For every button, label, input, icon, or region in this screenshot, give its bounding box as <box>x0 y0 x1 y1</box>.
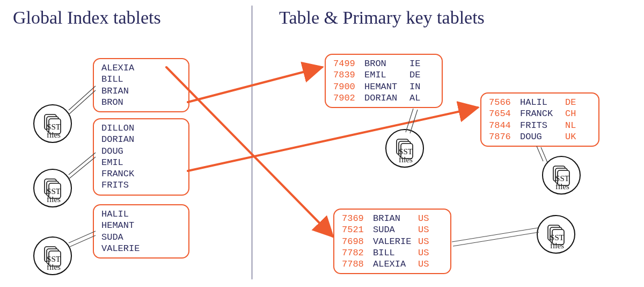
id-cell: 7900 <box>333 81 357 92</box>
cc-cell: UK <box>565 131 578 142</box>
name-cell: FRANCK <box>101 168 134 180</box>
name-cell: BILL <box>101 74 123 85</box>
svg-line-19 <box>188 107 478 171</box>
name-cell: DORIAN <box>364 92 402 104</box>
primary-tablet-1: 7566HALILDE 7654FRANCKCH 7844FRITSNL 787… <box>480 92 599 147</box>
sst-files-label: SSTfiles <box>553 160 569 191</box>
name-cell: BILL <box>373 247 411 259</box>
name-cell: SUDA <box>373 224 411 235</box>
name-cell: SUDA <box>101 232 123 243</box>
name-cell: EMIL <box>364 69 402 81</box>
name-cell: BRON <box>101 97 123 108</box>
cc-cell: US <box>418 247 431 259</box>
cc-cell: DE <box>565 97 578 108</box>
cc-cell: IE <box>409 58 422 69</box>
sst-files-label: SSTfiles <box>397 133 413 164</box>
index-tablet-1: DILLON DORIAN DOUG EMIL FRANCK FRITS <box>93 118 189 196</box>
sst-files-label: SSTfiles <box>45 173 61 204</box>
cc-cell: NL <box>565 120 578 131</box>
name-cell: BRIAN <box>373 213 411 224</box>
primary-tablet-2: 7369BRIANUS 7521SUDAUS 7698VALERIEUS 778… <box>333 209 451 274</box>
name-cell: HEMANT <box>364 81 402 92</box>
id-cell: 7499 <box>333 58 357 69</box>
name-cell: BRIAN <box>101 85 129 97</box>
id-cell: 7782 <box>342 247 365 259</box>
sst-files-label: SSTfiles <box>45 240 61 271</box>
name-cell: HALIL <box>101 209 129 220</box>
title-right: Table & Primary key tablets <box>279 8 485 28</box>
name-cell: DOUG <box>101 146 123 157</box>
id-cell: 7839 <box>333 69 357 81</box>
id-cell: 7654 <box>489 108 513 119</box>
cc-cell: US <box>418 236 431 247</box>
cc-cell: DE <box>409 69 422 81</box>
cc-cell: US <box>418 213 431 224</box>
sst-files-icon: SSTfiles <box>33 104 72 143</box>
name-cell: FRANCK <box>520 108 558 119</box>
sst-files-icon: SSTfiles <box>542 156 581 195</box>
id-cell: 7844 <box>489 120 513 131</box>
name-cell: DORIAN <box>101 134 134 145</box>
sst-files-label: SSTfiles <box>45 108 61 139</box>
title-left: Global Index tablets <box>13 8 161 28</box>
vertical-divider <box>251 5 253 279</box>
name-cell: DOUG <box>520 131 558 142</box>
sst-files-icon: SSTfiles <box>537 215 575 254</box>
sst-files-icon: SSTfiles <box>385 129 424 168</box>
svg-line-18 <box>188 67 322 102</box>
name-cell: FRITS <box>101 180 129 191</box>
primary-tablet-0: 7499BRONIE 7839EMILDE 7900HEMANTIN 7902D… <box>325 54 443 108</box>
id-cell: 7566 <box>489 97 513 108</box>
name-cell: ALEXIA <box>101 62 134 74</box>
name-cell: FRITS <box>520 120 558 131</box>
sst-files-icon: SSTfiles <box>33 169 72 207</box>
cc-cell: US <box>418 224 431 235</box>
index-tablet-0: ALEXIA BILL BRIAN BRON <box>93 58 189 112</box>
name-cell: HALIL <box>520 97 558 108</box>
id-cell: 7788 <box>342 259 365 270</box>
sst-files-icon: SSTfiles <box>33 236 72 275</box>
svg-line-20 <box>166 67 333 236</box>
name-cell: EMIL <box>101 157 123 168</box>
sst-files-label: SSTfiles <box>548 219 564 250</box>
id-cell: 7876 <box>489 131 513 142</box>
id-cell: 7902 <box>333 92 357 104</box>
name-cell: ALEXIA <box>373 259 411 270</box>
name-cell: VALERIE <box>101 243 140 254</box>
name-cell: BRON <box>364 58 402 69</box>
index-tablet-2: HALIL HEMANT SUDA VALERIE <box>93 204 189 259</box>
name-cell: HEMANT <box>101 220 134 231</box>
id-cell: 7521 <box>342 224 365 235</box>
name-cell: DILLON <box>101 123 134 134</box>
id-cell: 7698 <box>342 236 365 247</box>
cc-cell: CH <box>565 108 578 119</box>
cc-cell: US <box>418 259 431 270</box>
id-cell: 7369 <box>342 213 365 224</box>
cc-cell: IN <box>409 81 422 92</box>
name-cell: VALERIE <box>373 236 411 247</box>
cc-cell: AL <box>409 92 422 104</box>
